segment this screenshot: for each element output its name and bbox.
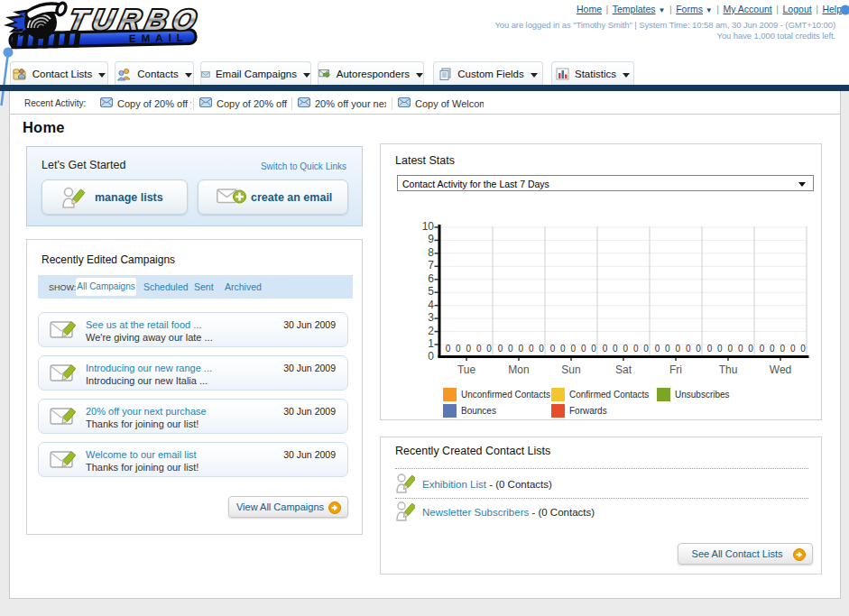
svg-text:0: 0 — [446, 344, 451, 354]
svg-text:4: 4 — [428, 299, 434, 311]
svg-text:0: 0 — [560, 344, 566, 354]
svg-text:Fri: Fri — [669, 363, 682, 376]
svg-text:5: 5 — [428, 285, 434, 298]
svg-text:0: 0 — [707, 344, 713, 354]
svg-text:0: 0 — [790, 344, 796, 354]
svg-text:0: 0 — [529, 344, 534, 354]
svg-text:0: 0 — [780, 344, 786, 354]
svg-text:0: 0 — [748, 344, 753, 354]
svg-text:TURBO: TURBO — [66, 4, 205, 36]
svg-text:Mon: Mon — [508, 363, 529, 376]
svg-text:0: 0 — [728, 344, 734, 354]
svg-text:0: 0 — [456, 344, 461, 354]
svg-text:0: 0 — [571, 344, 577, 354]
svg-text:7: 7 — [428, 259, 434, 271]
svg-text:0: 0 — [696, 344, 701, 354]
svg-text:3: 3 — [428, 311, 434, 324]
svg-text:0: 0 — [623, 344, 629, 354]
svg-text:0: 0 — [760, 344, 765, 354]
svg-text:0: 0 — [428, 350, 434, 361]
svg-text:0: 0 — [581, 344, 586, 354]
svg-text:0: 0 — [717, 344, 723, 354]
svg-text:6: 6 — [428, 272, 434, 285]
svg-text:0: 0 — [519, 344, 524, 354]
svg-text:8: 8 — [428, 246, 434, 259]
svg-text:0: 0 — [633, 344, 639, 354]
svg-text:0: 0 — [676, 344, 681, 354]
svg-text:0: 0 — [665, 344, 670, 354]
svg-text:0: 0 — [498, 344, 503, 354]
svg-text:0: 0 — [550, 344, 556, 354]
svg-text:Tue: Tue — [457, 363, 476, 376]
svg-text:0: 0 — [603, 344, 608, 354]
svg-text:0: 0 — [770, 344, 775, 354]
svg-text:0: 0 — [508, 344, 513, 354]
svg-text:0: 0 — [800, 344, 806, 354]
svg-text:0: 0 — [655, 344, 660, 354]
svg-text:0: 0 — [738, 344, 743, 354]
svg-text:0: 0 — [476, 344, 482, 354]
svg-text:2: 2 — [428, 325, 434, 337]
svg-text:Sat: Sat — [615, 363, 632, 376]
svg-text:Sun: Sun — [561, 363, 580, 376]
svg-text:0: 0 — [643, 344, 649, 354]
svg-text:0: 0 — [539, 344, 544, 354]
svg-text:Thu: Thu — [719, 363, 738, 376]
svg-text:0: 0 — [686, 344, 691, 354]
svg-text:9: 9 — [428, 233, 434, 245]
svg-text:1: 1 — [428, 337, 434, 350]
svg-text:0: 0 — [591, 344, 596, 354]
svg-text:0: 0 — [613, 344, 618, 354]
svg-text:10: 10 — [422, 220, 435, 233]
svg-text:0: 0 — [486, 344, 492, 354]
svg-text:Wed: Wed — [770, 363, 791, 376]
svg-text:0: 0 — [466, 344, 472, 354]
